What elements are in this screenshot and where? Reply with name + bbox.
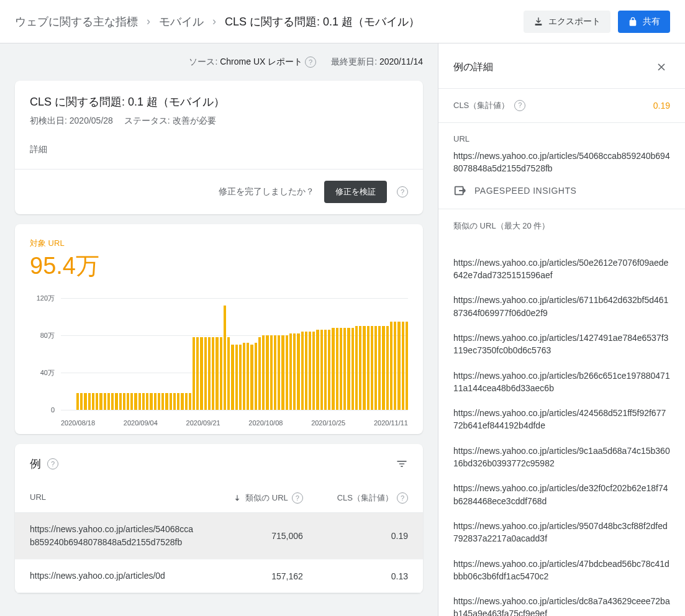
chart-bar	[355, 326, 358, 410]
chart-bar	[247, 343, 249, 410]
close-button[interactable]	[653, 58, 670, 76]
issue-title: CLS に関する問題: 0.1 超（モバイル）	[30, 94, 408, 109]
help-icon[interactable]: ?	[305, 57, 316, 68]
chart-bar	[76, 393, 79, 410]
detail-panel: 例の詳細 CLS（集計値） ? 0.19 URL https://news.ya…	[438, 43, 685, 616]
breadcrumb-current: CLS に関する問題: 0.1 超（モバイル）	[225, 14, 420, 29]
y-tick: 120万	[30, 294, 55, 303]
chart-bar	[92, 393, 94, 410]
y-tick: 0	[30, 406, 55, 414]
chart-bar	[352, 328, 354, 410]
row-cls: 0.19	[303, 523, 408, 549]
updated-value: 2020/11/14	[379, 57, 423, 66]
cls-value: 0.19	[653, 101, 670, 111]
row-similar: 715,006	[198, 523, 303, 549]
cls-label: CLS（集計値）	[453, 100, 509, 111]
chart-bar	[309, 332, 311, 410]
source-value: Chrome UX レポート	[220, 57, 302, 66]
chart-bar	[220, 337, 222, 410]
table-header: URL 類似の URL ? CLS（集計値） ?	[15, 484, 423, 513]
col-similar-header[interactable]: 類似の URL ?	[198, 492, 303, 504]
chart-bar	[231, 345, 234, 410]
chart-bar	[119, 393, 122, 410]
export-button[interactable]: エクスポート	[524, 11, 610, 33]
chart-bar	[158, 393, 160, 410]
share-label: 共有	[643, 16, 660, 27]
chart-bar	[123, 393, 125, 410]
chart-bar	[239, 345, 242, 410]
source-label: ソース:	[189, 57, 217, 66]
pagespeed-insights-link[interactable]: PAGESPEED INSIGHTS	[453, 184, 670, 197]
chart-bar	[250, 345, 253, 410]
similar-url-item[interactable]: https://news.yahoo.co.jp/articles/9c1aa5…	[453, 438, 670, 476]
chart-bar	[107, 393, 110, 410]
chart-bar	[227, 337, 230, 410]
chart-bar	[115, 393, 117, 410]
chart-bar	[297, 333, 299, 410]
similar-url-item[interactable]: https://news.yahoo.co.jp/articles/47bdcb…	[453, 551, 670, 589]
chart-bar	[138, 393, 141, 410]
similar-url-item[interactable]: https://news.yahoo.co.jp/articles/50e261…	[453, 250, 670, 288]
help-icon[interactable]: ?	[292, 492, 303, 504]
chart-label: 対象 URL	[30, 238, 408, 249]
issue-card: CLS に関する問題: 0.1 超（モバイル） 初検出日: 2020/05/28…	[15, 81, 423, 214]
similar-url-item[interactable]: https://news.yahoo.co.jp/articles/6711b6…	[453, 288, 670, 325]
detail-panel-title: 例の詳細	[453, 61, 493, 74]
col-cls-header[interactable]: CLS（集計値） ?	[303, 492, 408, 504]
row-cls: 0.13	[303, 569, 408, 582]
chart-bar	[185, 393, 188, 410]
chart-bar	[340, 328, 342, 410]
chart-bar	[397, 322, 400, 410]
chart-bar	[204, 337, 207, 410]
details-link[interactable]: 詳細	[30, 144, 408, 155]
chart-bar	[173, 393, 176, 410]
similar-url-item[interactable]: https://news.yahoo.co.jp/articles/b266c6…	[453, 363, 670, 401]
chart-big-number: 95.4万	[30, 250, 408, 282]
table-row[interactable]: https://news.yahoo.co.jp/articles/54068c…	[15, 513, 423, 559]
chart-bar	[243, 343, 245, 410]
breadcrumb-mobile[interactable]: モバイル	[159, 14, 204, 29]
examples-heading: 例	[30, 456, 41, 471]
open-external-icon	[453, 184, 467, 197]
chart-bar	[378, 326, 381, 410]
status-label: ステータス:	[124, 116, 170, 125]
similar-url-item[interactable]: https://news.yahoo.co.jp/articles/424568…	[453, 401, 670, 438]
chart-bar	[84, 393, 86, 410]
help-icon[interactable]: ?	[514, 100, 525, 111]
similar-url-item[interactable]: https://news.yahoo.co.jp/articles/142749…	[453, 325, 670, 363]
help-icon[interactable]: ?	[397, 492, 408, 504]
filter-icon[interactable]	[396, 458, 408, 470]
detail-url: https://news.yahoo.co.jp/articles/54068c…	[453, 150, 670, 175]
lock-icon	[628, 17, 638, 27]
chart-bar	[382, 326, 384, 410]
chart-bar	[305, 332, 307, 410]
chart-bar	[343, 328, 346, 410]
breadcrumb-root[interactable]: ウェブに関する主な指標	[15, 14, 138, 29]
chart-bar	[154, 393, 157, 410]
chart-bar	[196, 337, 199, 410]
similar-url-item[interactable]: https://news.yahoo.co.jp/articles/dc8a7a…	[453, 589, 670, 616]
chart-bar	[235, 345, 238, 410]
similar-url-item[interactable]: https://news.yahoo.co.jp/articles/de32f0…	[453, 476, 670, 514]
table-row[interactable]: https://news.yahoo.co.jp/articles/0d157,…	[15, 559, 423, 593]
similar-url-item[interactable]: https://news.yahoo.co.jp/articles/9507d4…	[453, 514, 670, 551]
help-icon[interactable]: ?	[397, 186, 408, 197]
chart-bar	[270, 335, 273, 410]
chart-bar	[88, 393, 91, 410]
row-url: https://news.yahoo.co.jp/articles/54068c…	[30, 523, 198, 549]
chart-bar	[359, 326, 361, 410]
validate-button[interactable]: 修正を検証	[324, 181, 387, 203]
chart-bar	[255, 343, 257, 410]
chart-bar	[170, 393, 172, 410]
chart-bar	[301, 332, 304, 410]
chart-bar	[150, 393, 152, 410]
help-icon[interactable]: ?	[47, 458, 58, 469]
chart-bar	[161, 393, 164, 410]
col-url-header[interactable]: URL	[30, 492, 198, 504]
chart-bar	[312, 332, 315, 410]
share-button[interactable]: 共有	[618, 11, 670, 33]
chart-bar	[80, 393, 83, 410]
status-value: 改善が必要	[173, 116, 216, 125]
chart-bar	[200, 337, 202, 410]
bar-chart: 040万80万120万 2020/08/182020/09/042020/09/…	[30, 298, 408, 427]
